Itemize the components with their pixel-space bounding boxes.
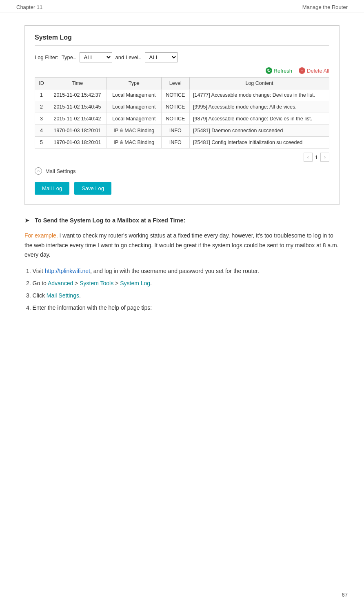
table-row: 41970-01-03 18:20:01IP & MAC BindingINFO… <box>35 125 329 137</box>
save-log-button[interactable]: Save Log <box>74 182 111 195</box>
next-page-button[interactable]: › <box>320 153 329 162</box>
list-item-1: 1. Visit http://tplinkwifi.net, and log … <box>24 266 340 276</box>
refresh-button[interactable]: ↻ Refresh <box>266 67 293 74</box>
advanced-link[interactable]: Advanced <box>48 280 73 286</box>
col-header-time: Time <box>48 78 107 89</box>
heading-text: To Send the System Log to a Mailbox at a… <box>35 217 185 224</box>
mail-settings-collapse-icon: ○ <box>35 167 42 175</box>
system-log-title: System Log <box>35 34 329 46</box>
pagination-row: ‹ 1 › <box>35 153 329 162</box>
prev-page-button[interactable]: ‹ <box>304 153 313 162</box>
filter-label: Log Filter: <box>35 54 58 60</box>
table-cell-level: INFO <box>161 125 190 137</box>
table-row: 22015-11-02 15:40:45Local ManagementNOTI… <box>35 101 329 113</box>
log-actions-row: ↻ Refresh – Delete All <box>35 67 329 74</box>
page-footer: 67 <box>342 592 348 598</box>
section-heading: ➤ To Send the System Log to a Mailbox at… <box>24 216 340 225</box>
col-header-content: Log Content <box>190 78 329 89</box>
type-label: Type= <box>62 54 76 60</box>
table-cell-id: 3 <box>35 113 48 125</box>
for-example-label: For example, <box>24 232 58 239</box>
table-cell-time: 1970-01-03 18:20:01 <box>48 137 107 149</box>
system-tools-link[interactable]: System Tools <box>80 280 113 286</box>
table-cell-type: IP & MAC Binding <box>107 137 162 149</box>
table-cell-content: [9879] Accessable mode change: Devic es … <box>190 113 329 125</box>
page-header: Chapter 11 Manage the Router <box>0 0 364 13</box>
step-1-text-after: , and log in with the username and passw… <box>90 268 259 274</box>
table-cell-time: 2015-11-02 15:42:37 <box>48 89 107 101</box>
delete-all-button[interactable]: – Delete All <box>299 67 329 74</box>
tplinkwifi-link[interactable]: http://tplinkwifi.net <box>45 268 90 274</box>
system-log-box: System Log Log Filter: Type= ALL and Lev… <box>24 25 340 205</box>
list-item-3: 3. Click Mail Settings. <box>24 291 340 301</box>
table-cell-type: Local Management <box>107 89 162 101</box>
page-content: System Log Log Filter: Type= ALL and Lev… <box>0 13 364 334</box>
delete-all-label: Delete All <box>307 68 329 74</box>
refresh-icon: ↻ <box>266 67 272 74</box>
level-select[interactable]: ALL <box>145 52 178 62</box>
page-number: 67 <box>342 592 348 598</box>
step-3-period: . <box>79 292 81 299</box>
section-body-paragraph: For example, I want to check my router's… <box>24 231 340 260</box>
mail-log-button[interactable]: Mail Log <box>35 182 69 195</box>
step-2-period: . <box>150 280 152 286</box>
system-log-link[interactable]: System Log <box>120 280 150 286</box>
mail-settings-row[interactable]: ○ Mail Settings <box>35 167 329 175</box>
table-cell-content: [25481] Daemon connection succeeded <box>190 125 329 137</box>
table-cell-level: NOTICE <box>161 113 190 125</box>
table-cell-id: 1 <box>35 89 48 101</box>
numbered-list: 1. Visit http://tplinkwifi.net, and log … <box>24 266 340 313</box>
type-select[interactable]: ALL <box>80 52 112 62</box>
current-page: 1 <box>315 154 318 160</box>
table-cell-id: 4 <box>35 125 48 137</box>
col-header-level: Level <box>161 78 190 89</box>
list-item-4: 4. Enter the information with the help o… <box>24 303 340 313</box>
mail-settings-label: Mail Settings <box>45 168 75 174</box>
table-row: 32015-11-02 15:40:42Local ManagementNOTI… <box>35 113 329 125</box>
step-4-text: 4. Enter the information with the help o… <box>26 304 152 311</box>
sep-2: > <box>113 280 120 286</box>
table-cell-content: [25481] Config interface initialization … <box>190 137 329 149</box>
table-cell-type: IP & MAC Binding <box>107 125 162 137</box>
delete-icon: – <box>299 67 305 74</box>
step-3-before: 3. Click <box>26 292 47 299</box>
mail-settings-text-link[interactable]: Mail Settings <box>47 292 79 299</box>
col-header-type: Type <box>107 78 162 89</box>
table-cell-content: [9995] Accessable mode change: All de vi… <box>190 101 329 113</box>
sep-1: > <box>73 280 80 286</box>
table-cell-time: 2015-11-02 15:40:45 <box>48 101 107 113</box>
list-item-2: 2. Go to Advanced > System Tools > Syste… <box>24 279 340 289</box>
arrow-bullet: ➤ <box>24 217 30 224</box>
table-cell-id: 5 <box>35 137 48 149</box>
table-cell-content: [14777] Accessable mode change: Devi ces… <box>190 89 329 101</box>
table-cell-type: Local Management <box>107 113 162 125</box>
table-row: 51970-01-03 18:20:01IP & MAC BindingINFO… <box>35 137 329 149</box>
table-cell-type: Local Management <box>107 101 162 113</box>
log-filter-row: Log Filter: Type= ALL and Level= ALL <box>35 52 329 62</box>
table-cell-time: 2015-11-02 15:40:42 <box>48 113 107 125</box>
bottom-buttons: Mail Log Save Log <box>35 182 329 195</box>
table-cell-id: 2 <box>35 101 48 113</box>
step-2-before: 2. Go to <box>26 280 48 286</box>
log-table: ID Time Type Level Log Content 12015-11-… <box>35 77 329 149</box>
level-connector: and Level= <box>115 54 142 60</box>
col-header-id: ID <box>35 78 48 89</box>
table-row: 12015-11-02 15:42:37Local ManagementNOTI… <box>35 89 329 101</box>
refresh-label: Refresh <box>274 68 293 74</box>
body-paragraph-text: I want to check my router's working stat… <box>24 232 339 258</box>
chapter-label: Chapter 11 <box>16 4 42 10</box>
table-cell-level: INFO <box>161 137 190 149</box>
step-1-num: 1. Visit <box>26 268 45 274</box>
section-label: Manage the Router <box>302 4 348 10</box>
table-cell-time: 1970-01-03 18:20:01 <box>48 125 107 137</box>
table-cell-level: NOTICE <box>161 89 190 101</box>
table-cell-level: NOTICE <box>161 101 190 113</box>
